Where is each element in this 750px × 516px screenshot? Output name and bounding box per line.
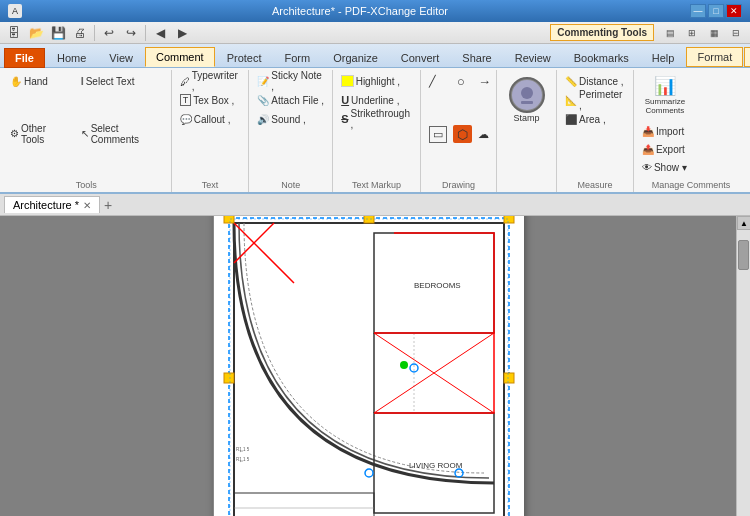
tab-review[interactable]: Review bbox=[504, 48, 562, 67]
tab-arrange[interactable]: Arrange bbox=[744, 47, 750, 67]
canvas-area: BEDROOMS LIVING ROOM bbox=[0, 216, 736, 516]
summarize-comments-button[interactable]: 📊 Summarize Comments bbox=[638, 72, 692, 118]
tab-form[interactable]: Form bbox=[274, 48, 322, 67]
measure-group-label: Measure bbox=[557, 180, 633, 190]
living-room-label: LIVING ROOM bbox=[409, 461, 463, 470]
qat-back[interactable]: ◀ bbox=[150, 24, 170, 42]
ribbon-group-note: 📝 Sticky Note , 📎 Attach File , 🔊 Sound … bbox=[249, 70, 333, 192]
ribbon-group-drawing: ╱ ○ → ▭ ⬡ ☁ Drawing bbox=[421, 70, 497, 192]
arrow-button[interactable]: → bbox=[474, 72, 495, 90]
minimize-button[interactable]: — bbox=[690, 4, 706, 18]
tab-home[interactable]: Home bbox=[46, 48, 97, 67]
stamp-button[interactable]: Stamp bbox=[502, 72, 552, 128]
qat-print[interactable]: 🖨 bbox=[70, 24, 90, 42]
typewriter-button[interactable]: 🖊 Typewriter , bbox=[176, 72, 245, 90]
show-button[interactable]: 👁 Show ▾ bbox=[638, 158, 691, 176]
qat-new[interactable]: 🗄 bbox=[4, 24, 24, 42]
doc-tab-close[interactable]: ✕ bbox=[83, 200, 91, 211]
polygon-button[interactable]: ⬡ bbox=[453, 125, 472, 143]
doc-tab-label: Architecture * bbox=[13, 199, 79, 211]
export-button[interactable]: 📤 Export bbox=[638, 140, 691, 158]
svg-rect-19 bbox=[504, 373, 514, 383]
qat-r3[interactable]: ▦ bbox=[704, 24, 724, 42]
rect-button[interactable]: ▭ bbox=[425, 125, 451, 143]
typewriter-icon: 🖊 bbox=[180, 76, 190, 87]
line-button[interactable]: ╱ bbox=[425, 72, 451, 90]
underline-icon: U bbox=[341, 94, 349, 106]
tab-view[interactable]: View bbox=[98, 48, 144, 67]
tab-organize[interactable]: Organize bbox=[322, 48, 389, 67]
import-button[interactable]: 📥 Import bbox=[638, 122, 691, 140]
doc-tab-architecture[interactable]: Architecture * ✕ bbox=[4, 196, 100, 213]
blueprint-container: BEDROOMS LIVING ROOM bbox=[213, 216, 523, 516]
strikeout-button[interactable]: S Strikethrough , bbox=[337, 110, 416, 128]
tab-help[interactable]: Help bbox=[641, 48, 686, 67]
tab-convert[interactable]: Convert bbox=[390, 48, 451, 67]
close-button[interactable]: ✕ bbox=[726, 4, 742, 18]
perimeter-icon: 📐 bbox=[565, 95, 577, 106]
scroll-up-button[interactable]: ▲ bbox=[737, 216, 750, 230]
tab-file[interactable]: File bbox=[4, 48, 45, 68]
attach-file-button[interactable]: 📎 Attach File , bbox=[253, 91, 328, 109]
cloud-button[interactable]: ☁ bbox=[474, 125, 495, 143]
new-tab-button[interactable]: + bbox=[100, 197, 116, 213]
oval-button[interactable]: ○ bbox=[453, 72, 472, 90]
text-box-button[interactable]: T Tex Box , bbox=[176, 91, 239, 109]
select-comments-button[interactable]: ↖ Select Comments bbox=[77, 125, 167, 143]
other-tools-icon: ⚙ bbox=[10, 128, 19, 139]
svg-point-26 bbox=[400, 361, 408, 369]
qat-undo[interactable]: ↩ bbox=[99, 24, 119, 42]
select-text-button[interactable]: I Select Text bbox=[77, 72, 167, 90]
text-markup-group-content: H Highlight , U Underline , S Strikethro… bbox=[337, 72, 416, 190]
tab-format[interactable]: Format bbox=[686, 47, 743, 67]
other-tools-button[interactable]: ⚙ Other Tools bbox=[6, 125, 76, 143]
titlebar-controls[interactable]: — □ ✕ bbox=[690, 4, 742, 18]
callout-button[interactable]: 💬 Callout , bbox=[176, 110, 235, 128]
tab-comment[interactable]: Comment bbox=[145, 47, 215, 67]
text-markup-group-label: Text Markup bbox=[333, 180, 420, 190]
qat-open[interactable]: 📂 bbox=[26, 24, 46, 42]
rect-icon: ▭ bbox=[429, 126, 447, 143]
stamp-icon bbox=[509, 77, 545, 113]
qat-redo[interactable]: ↪ bbox=[121, 24, 141, 42]
ribbon-toolbar: ✋ Hand I Select Text ⚙ Other Tools ↖ Sel… bbox=[0, 68, 750, 194]
underline-button[interactable]: U Underline , bbox=[337, 91, 403, 109]
manage-comments-group-content: 📊 Summarize Comments 📥 Import 📤 Export 👁… bbox=[638, 72, 744, 190]
qat-r2[interactable]: ⊞ bbox=[682, 24, 702, 42]
document-tabs-bar: Architecture * ✕ + bbox=[0, 194, 750, 216]
svg-text:R1.1 5: R1.1 5 bbox=[236, 447, 250, 452]
quick-access-toolbar: 🗄 📂 💾 🖨 ↩ ↪ ◀ ▶ Commenting Tools ▤ ⊞ ▦ ⊟ bbox=[0, 22, 750, 44]
scrollbar-thumb[interactable] bbox=[738, 240, 749, 270]
line-icon: ╱ bbox=[429, 75, 436, 88]
tab-protect[interactable]: Protect bbox=[216, 48, 273, 67]
tab-share[interactable]: Share bbox=[451, 48, 502, 67]
qat-r4[interactable]: ⊟ bbox=[726, 24, 746, 42]
commenting-tools-label: Commenting Tools bbox=[550, 24, 654, 41]
tab-bookmarks[interactable]: Bookmarks bbox=[563, 48, 640, 67]
highlight-icon: H bbox=[341, 75, 354, 87]
area-button[interactable]: ⬛ Area , bbox=[561, 110, 610, 128]
svg-point-0 bbox=[521, 87, 533, 99]
qat-r1[interactable]: ▤ bbox=[660, 24, 680, 42]
distance-button[interactable]: 📏 Distance , bbox=[561, 72, 627, 90]
note-group-label: Note bbox=[249, 180, 332, 190]
note-group-content: 📝 Sticky Note , 📎 Attach File , 🔊 Sound … bbox=[253, 72, 328, 190]
scrollbar-track bbox=[737, 230, 750, 516]
perimeter-button[interactable]: 📐 Perimeter , bbox=[561, 91, 629, 109]
qat-save[interactable]: 💾 bbox=[48, 24, 68, 42]
strikeout-icon: S bbox=[341, 113, 348, 125]
callout-icon: 💬 bbox=[180, 114, 192, 125]
highlight-button[interactable]: H Highlight , bbox=[337, 72, 404, 90]
qat-forward[interactable]: ▶ bbox=[172, 24, 192, 42]
svg-rect-1 bbox=[521, 101, 533, 104]
summarize-icon: 📊 bbox=[654, 75, 676, 97]
sticky-note-button[interactable]: 📝 Sticky Note , bbox=[253, 72, 328, 90]
hand-tool-button[interactable]: ✋ Hand bbox=[6, 72, 76, 90]
show-icon: 👁 bbox=[642, 162, 652, 173]
vertical-scrollbar[interactable]: ▲ ▼ bbox=[736, 216, 750, 516]
restore-button[interactable]: □ bbox=[708, 4, 724, 18]
manage-comments-small-buttons: 📥 Import 📤 Export 👁 Show ▾ bbox=[638, 122, 691, 176]
drawing-group-label: Drawing bbox=[421, 180, 496, 190]
sound-button[interactable]: 🔊 Sound , bbox=[253, 110, 309, 128]
svg-rect-17 bbox=[504, 216, 514, 223]
